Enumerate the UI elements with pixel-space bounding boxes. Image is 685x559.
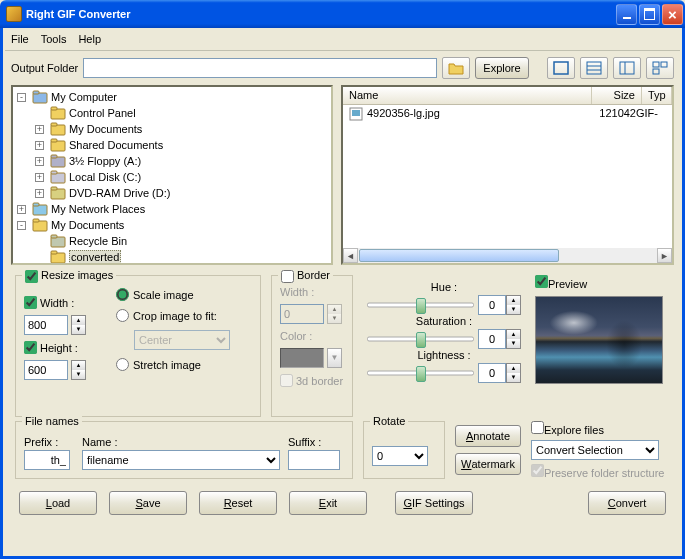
scroll-thumb[interactable] [359,249,559,262]
filenames-group: File names Prefix : Name :filename Suffi… [15,421,353,479]
explore-files-checkbox[interactable] [531,421,544,434]
width-checkbox[interactable] [24,296,37,309]
color-adjust-group: Hue : ▲▼ Saturation : ▲▼ Lightness : ▲▼ [363,275,525,417]
name-select[interactable]: filename [82,450,280,470]
annotate-button[interactable]: Annotate [455,425,521,447]
svg-rect-20 [51,171,57,174]
border-checkbox[interactable] [281,270,294,283]
file-list[interactable]: Name Size Typ 4920356-lg.jpg121042GIF- ◄… [341,85,674,265]
up-arrow-icon[interactable]: ▲ [72,361,85,370]
border-color-swatch [280,348,324,368]
scroll-left-icon[interactable]: ◄ [343,248,358,263]
down-arrow-icon[interactable]: ▼ [72,325,85,334]
svg-rect-16 [51,139,57,142]
saturation-spinner[interactable]: ▲▼ [506,329,521,349]
resize-checkbox[interactable] [25,270,38,283]
tree-item[interactable]: converted [15,249,329,263]
output-folder-input[interactable] [83,58,437,78]
border-color-label: Color : [280,330,344,342]
svg-rect-30 [51,251,57,254]
tree-item[interactable]: +My Network Places [15,201,329,217]
list-hscrollbar[interactable]: ◄ ► [343,248,672,263]
crop-radio[interactable] [116,309,129,322]
svg-rect-12 [51,107,57,110]
saturation-input[interactable] [478,329,506,349]
minimize-button[interactable] [616,4,637,25]
explore-group: Explore files Convert Selection Preserve… [531,421,670,479]
svg-rect-1 [587,62,601,74]
lightness-label: Lightness : [367,349,521,361]
reset-button[interactable]: Reset [199,491,277,515]
convert-mode-select[interactable]: Convert Selection [531,440,659,460]
name-label: Name : [82,436,280,448]
list-row[interactable]: 4920356-lg.jpg121042GIF- [343,105,672,123]
suffix-input[interactable] [288,450,340,470]
col-type[interactable]: Typ [642,87,672,104]
view-large-icon[interactable] [547,57,575,79]
folder-tree[interactable]: -My ComputerControl Panel+My Documents+S… [11,85,333,265]
svg-rect-32 [352,110,360,116]
filenames-legend: File names [22,415,82,427]
rotate-select[interactable]: 0 [372,446,428,466]
preview-label: Preview [548,278,587,290]
tree-item[interactable]: Recycle Bin [15,233,329,249]
saturation-slider[interactable] [367,330,474,348]
crop-label: Crop image to fit: [133,310,217,322]
col-size[interactable]: Size [592,87,642,104]
explore-button[interactable]: Explore [475,57,529,79]
view-list-icon[interactable] [580,57,608,79]
height-spinner[interactable]: ▲▼ [71,360,86,380]
svg-rect-8 [653,69,659,74]
watermark-button[interactable]: Watermark [455,453,521,475]
tree-item[interactable]: +Local Disk (C:) [15,169,329,185]
tree-item[interactable]: +DVD-RAM Drive (D:) [15,185,329,201]
prefix-input[interactable] [24,450,70,470]
exit-button[interactable]: Exit [289,491,367,515]
maximize-button[interactable] [639,4,660,25]
border-group: Border Width : ▲▼ Color : ▼ 3d border [271,275,353,417]
menu-tools[interactable]: Tools [41,33,67,45]
preview-checkbox[interactable] [535,275,548,288]
down-arrow-icon[interactable]: ▼ [72,370,85,379]
hue-spinner[interactable]: ▲▼ [506,295,521,315]
menubar: File Tools Help [5,30,680,51]
col-name[interactable]: Name [343,87,592,104]
view-details-icon[interactable] [613,57,641,79]
stretch-radio[interactable] [116,358,129,371]
close-button[interactable] [662,4,683,25]
svg-rect-22 [51,187,57,190]
width-input[interactable] [24,315,68,335]
3d-border-checkbox [280,374,293,387]
load-button[interactable]: Load [19,491,97,515]
tree-item[interactable]: +Shared Documents [15,137,329,153]
save-button[interactable]: Save [109,491,187,515]
svg-rect-26 [33,219,39,222]
window-title: Right GIF Converter [26,8,131,20]
lightness-input[interactable] [478,363,506,383]
tree-item[interactable]: +3½ Floppy (A:) [15,153,329,169]
height-input[interactable] [24,360,68,380]
lightness-spinner[interactable]: ▲▼ [506,363,521,383]
preserve-checkbox [531,464,544,477]
width-spinner[interactable]: ▲▼ [71,315,86,335]
browse-folder-button[interactable] [442,57,470,79]
tree-item[interactable]: +My Documents [15,121,329,137]
convert-button[interactable]: Convert [588,491,666,515]
svg-rect-4 [620,62,634,74]
gif-settings-button[interactable]: GIF Settings [395,491,473,515]
menu-help[interactable]: Help [78,33,101,45]
hue-input[interactable] [478,295,506,315]
tree-item[interactable]: -My Documents [15,217,329,233]
up-arrow-icon[interactable]: ▲ [72,316,85,325]
tree-item[interactable]: Control Panel [15,105,329,121]
scale-radio[interactable] [116,288,129,301]
menu-file[interactable]: File [11,33,29,45]
height-checkbox[interactable] [24,341,37,354]
rotate-legend: Rotate [370,415,408,427]
lightness-slider[interactable] [367,364,474,382]
scroll-right-icon[interactable]: ► [657,248,672,263]
tree-item[interactable]: -My Computer [15,89,329,105]
hue-slider[interactable] [367,296,474,314]
svg-rect-28 [51,235,57,238]
view-thumbs-icon[interactable] [646,57,674,79]
